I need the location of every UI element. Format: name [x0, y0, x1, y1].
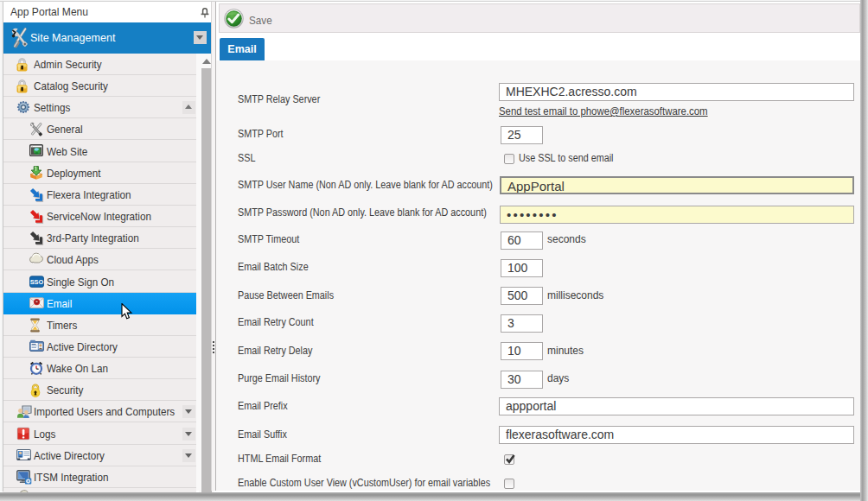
svg-text:SSO: SSO — [30, 278, 44, 286]
